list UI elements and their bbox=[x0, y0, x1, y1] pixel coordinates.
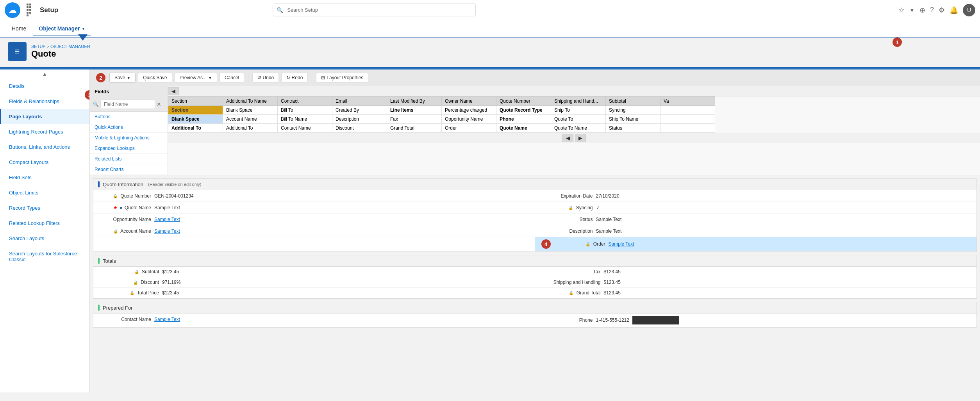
main-layout: ▲ 3 Details Fields & Relationships Page … bbox=[0, 70, 980, 392]
form-row-syncing: 🔒 Syncing ✓ bbox=[535, 202, 977, 214]
cell-email-r0[interactable]: Created By bbox=[332, 106, 387, 115]
add-icon[interactable]: ⊕ bbox=[919, 6, 925, 14]
value-contact-name[interactable]: Sample Text bbox=[154, 317, 180, 322]
fields-panel-report-charts[interactable]: Report Charts bbox=[90, 164, 168, 175]
fields-panel-buttons[interactable]: Buttons bbox=[90, 112, 168, 122]
fields-panel-related-lists[interactable]: Related Lists bbox=[90, 154, 168, 164]
cell-contact-name[interactable]: Additional To bbox=[223, 124, 278, 133]
cell-phone[interactable]: Opportunity Name bbox=[442, 115, 496, 124]
form-row-phone: Phone 1-415-555-1212 bbox=[535, 314, 977, 327]
value-quote-number: GEN-2004-001234 bbox=[154, 193, 194, 199]
cell-pct-charged[interactable]: Percentage charged bbox=[442, 106, 496, 115]
sidebar-item-related-lookup-filters[interactable]: Related Lookup Filters bbox=[0, 216, 89, 231]
breadcrumb-object-manager[interactable]: OBJECT MANAGER bbox=[50, 44, 90, 49]
scroll-right-bottom-button[interactable]: ▶ bbox=[575, 134, 586, 142]
scroll-left-button[interactable]: ◀ bbox=[168, 87, 179, 95]
settings-icon[interactable]: ⚙ bbox=[939, 6, 945, 14]
cell-quote-to-name[interactable]: Quote Name bbox=[496, 124, 551, 133]
cell-syncing[interactable]: Syncing bbox=[606, 106, 660, 115]
prepared-for-left: Contact Name Sample Text bbox=[93, 314, 535, 327]
cell-tax[interactable]: Ship To Name bbox=[606, 115, 660, 124]
undo-button[interactable]: ↺ Undo bbox=[252, 73, 279, 83]
sidebar-item-page-layouts[interactable]: Page Layouts bbox=[0, 109, 89, 124]
dropdown-icon[interactable]: ▼ bbox=[909, 7, 915, 13]
cell-va-r2[interactable] bbox=[660, 124, 715, 133]
quick-find-clear-button[interactable]: ✕ bbox=[157, 101, 161, 107]
cell-total-price[interactable]: Status bbox=[606, 124, 660, 133]
cell-additional-to-name[interactable]: Blank Space bbox=[223, 106, 278, 115]
value-tax: $123.45 bbox=[604, 269, 621, 274]
layout-icon: ⊞ bbox=[321, 75, 325, 80]
save-button[interactable]: Save ▼ bbox=[109, 73, 136, 83]
label-discount: 🔒 Discount bbox=[100, 280, 162, 285]
breadcrumb-setup[interactable]: SETUP bbox=[31, 44, 45, 49]
cell-va-r0[interactable] bbox=[660, 106, 715, 115]
cell-grand-total[interactable]: Discount bbox=[332, 124, 387, 133]
cell-description[interactable]: Bill To Name bbox=[278, 115, 332, 124]
object-icon: ≡ bbox=[8, 42, 27, 61]
sidebar-item-object-limits[interactable]: Object Limits bbox=[0, 185, 89, 200]
value-order[interactable]: Sample Text bbox=[609, 241, 634, 247]
breadcrumb-links: SETUP > OBJECT MANAGER bbox=[31, 44, 90, 49]
scroll-left-bottom-button[interactable]: ◀ bbox=[562, 134, 573, 142]
quick-find-input[interactable] bbox=[100, 100, 155, 109]
cell-quote-name[interactable]: Order bbox=[442, 124, 496, 133]
fields-panel-mobile-actions[interactable]: Mobile & Lightning Actions bbox=[90, 133, 168, 143]
cell-order[interactable]: Grand Total bbox=[387, 124, 442, 133]
fields-panel-quick-actions[interactable]: Quick Actions bbox=[90, 122, 168, 133]
fields-panel-expanded-lookups[interactable]: Expanded Lookups bbox=[90, 143, 168, 154]
form-row-status: Status Sample Text bbox=[535, 214, 977, 225]
help-icon[interactable]: ? bbox=[930, 6, 934, 14]
search-input[interactable] bbox=[273, 4, 476, 16]
value-status: Sample Text bbox=[596, 217, 622, 222]
sidebar-item-field-sets[interactable]: Field Sets bbox=[0, 170, 89, 185]
nav-home[interactable]: Home bbox=[6, 21, 32, 36]
preview-as-button[interactable]: Preview As... ▼ bbox=[175, 73, 217, 83]
label-contact-name: Contact Name bbox=[100, 317, 154, 322]
nav-object-manager[interactable]: Object Manager ▼ bbox=[33, 21, 91, 36]
label-account-name: 🔒 Account Name bbox=[100, 228, 154, 234]
avatar[interactable]: U bbox=[963, 4, 975, 16]
cell-quote-to[interactable]: Phone bbox=[496, 115, 551, 124]
cell-ship-to[interactable]: Ship To bbox=[551, 106, 606, 115]
totals-bar bbox=[98, 258, 100, 264]
cell-fax[interactable]: Description bbox=[332, 115, 387, 124]
cell-opp-name[interactable]: Fax bbox=[387, 115, 442, 124]
redo-button[interactable]: ↻ Redo bbox=[281, 73, 308, 83]
sidebar-item-buttons-links[interactable]: Buttons, Links, and Actions bbox=[0, 139, 89, 155]
label-shipping: Shipping and Handling bbox=[541, 280, 604, 285]
sidebar-item-lightning-record-pages[interactable]: Lightning Record Pages bbox=[0, 124, 89, 139]
sidebar-item-compact-layouts[interactable]: Compact Layouts bbox=[0, 155, 89, 170]
quick-save-button[interactable]: Quick Save bbox=[138, 73, 172, 83]
cell-bill-to-name[interactable]: Account Name bbox=[223, 115, 278, 124]
sidebar-item-record-types[interactable]: Record Types bbox=[0, 200, 89, 216]
cell-discount[interactable]: Contact Name bbox=[278, 124, 332, 133]
value-account-name[interactable]: Sample Text bbox=[154, 228, 180, 234]
label-syncing: 🔒 Syncing bbox=[541, 205, 596, 210]
col-section: Section bbox=[168, 97, 223, 106]
layout-properties-button[interactable]: ⊞ Layout Properties bbox=[316, 73, 368, 83]
star-icon[interactable]: ☆ bbox=[898, 6, 905, 14]
cell-ship-to-name[interactable]: Quote To bbox=[551, 115, 606, 124]
label-quote-name: ★ ● Quote Name bbox=[100, 205, 154, 210]
content-area: 2 Save ▼ Quick Save Preview As... ▼ Canc… bbox=[90, 70, 980, 392]
sidebar-item-search-layouts-classic[interactable]: Search Layouts for Salesforce Classic bbox=[0, 246, 89, 267]
cell-status[interactable]: Quote To Name bbox=[551, 124, 606, 133]
bell-icon[interactable]: 🔔 bbox=[950, 6, 958, 14]
toolbar: 2 Save ▼ Quick Save Preview As... ▼ Canc… bbox=[90, 70, 980, 86]
sidebar-item-fields[interactable]: Fields & Relationships bbox=[0, 94, 89, 109]
cell-line-items[interactable]: Line Items bbox=[387, 106, 442, 115]
cell-section[interactable]: Section bbox=[168, 106, 223, 115]
cell-additional-to[interactable]: Additional To bbox=[168, 124, 223, 133]
app-launcher-icon[interactable] bbox=[27, 4, 34, 16]
value-opportunity-name[interactable]: Sample Text bbox=[154, 217, 180, 222]
cell-quote-record-type[interactable]: Quote Record Type bbox=[496, 106, 551, 115]
sidebar-item-search-layouts[interactable]: Search Layouts bbox=[0, 231, 89, 246]
sidebar-item-details[interactable]: Details bbox=[0, 78, 89, 94]
sidebar-scroll-up[interactable]: ▲ bbox=[0, 70, 89, 78]
cell-blank-space[interactable]: Blank Space bbox=[168, 115, 223, 124]
cell-contract-r0[interactable]: Bill To bbox=[278, 106, 332, 115]
cell-va-r1[interactable] bbox=[660, 115, 715, 124]
cancel-button[interactable]: Cancel bbox=[220, 73, 244, 83]
form-row-quote-number: 🔒 Quote Number GEN-2004-001234 bbox=[93, 190, 535, 202]
